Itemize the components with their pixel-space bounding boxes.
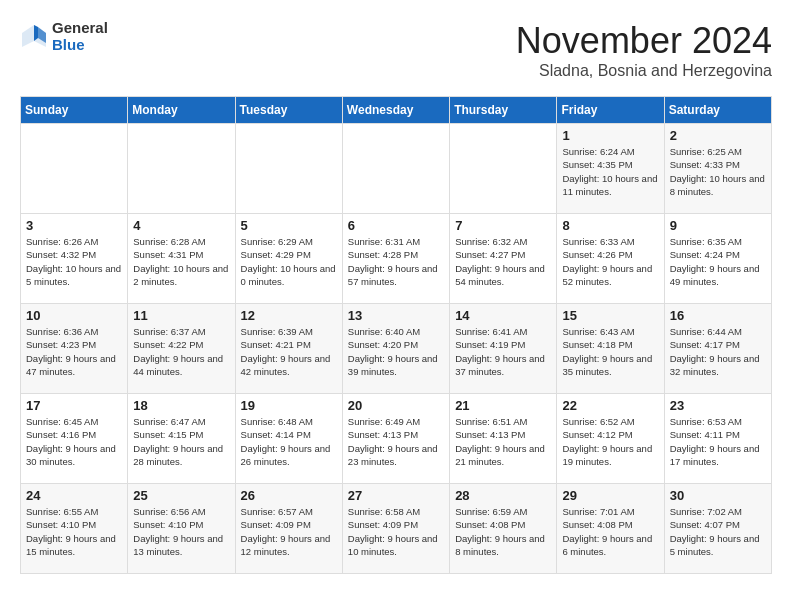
header-row: Sunday Monday Tuesday Wednesday Thursday… [21,97,772,124]
page-header: General Blue November 2024 Sladna, Bosni… [20,20,772,80]
calendar-cell: 28Sunrise: 6:59 AM Sunset: 4:08 PM Dayli… [450,484,557,574]
day-number: 2 [670,128,766,143]
logo-blue: Blue [52,37,108,54]
calendar-cell: 21Sunrise: 6:51 AM Sunset: 4:13 PM Dayli… [450,394,557,484]
day-number: 29 [562,488,658,503]
logo-general: General [52,20,108,37]
calendar-cell [235,124,342,214]
calendar-cell: 19Sunrise: 6:48 AM Sunset: 4:14 PM Dayli… [235,394,342,484]
month-title: November 2024 [516,20,772,62]
day-number: 24 [26,488,122,503]
calendar-week-3: 10Sunrise: 6:36 AM Sunset: 4:23 PM Dayli… [21,304,772,394]
calendar-cell: 12Sunrise: 6:39 AM Sunset: 4:21 PM Dayli… [235,304,342,394]
day-number: 18 [133,398,229,413]
header-sunday: Sunday [21,97,128,124]
day-info: Sunrise: 6:36 AM Sunset: 4:23 PM Dayligh… [26,325,122,378]
header-friday: Friday [557,97,664,124]
calendar-cell: 5Sunrise: 6:29 AM Sunset: 4:29 PM Daylig… [235,214,342,304]
calendar-cell: 20Sunrise: 6:49 AM Sunset: 4:13 PM Dayli… [342,394,449,484]
calendar-cell: 11Sunrise: 6:37 AM Sunset: 4:22 PM Dayli… [128,304,235,394]
calendar-cell: 6Sunrise: 6:31 AM Sunset: 4:28 PM Daylig… [342,214,449,304]
calendar-cell: 17Sunrise: 6:45 AM Sunset: 4:16 PM Dayli… [21,394,128,484]
calendar-cell: 15Sunrise: 6:43 AM Sunset: 4:18 PM Dayli… [557,304,664,394]
day-info: Sunrise: 6:29 AM Sunset: 4:29 PM Dayligh… [241,235,337,288]
calendar-cell [450,124,557,214]
calendar-cell [21,124,128,214]
header-saturday: Saturday [664,97,771,124]
day-number: 13 [348,308,444,323]
day-number: 3 [26,218,122,233]
day-number: 5 [241,218,337,233]
day-info: Sunrise: 6:44 AM Sunset: 4:17 PM Dayligh… [670,325,766,378]
day-number: 7 [455,218,551,233]
day-info: Sunrise: 6:31 AM Sunset: 4:28 PM Dayligh… [348,235,444,288]
calendar-cell [342,124,449,214]
day-number: 12 [241,308,337,323]
day-info: Sunrise: 6:33 AM Sunset: 4:26 PM Dayligh… [562,235,658,288]
day-info: Sunrise: 6:48 AM Sunset: 4:14 PM Dayligh… [241,415,337,468]
day-info: Sunrise: 6:35 AM Sunset: 4:24 PM Dayligh… [670,235,766,288]
day-number: 4 [133,218,229,233]
calendar-cell: 3Sunrise: 6:26 AM Sunset: 4:32 PM Daylig… [21,214,128,304]
day-info: Sunrise: 7:02 AM Sunset: 4:07 PM Dayligh… [670,505,766,558]
day-info: Sunrise: 6:32 AM Sunset: 4:27 PM Dayligh… [455,235,551,288]
day-info: Sunrise: 6:43 AM Sunset: 4:18 PM Dayligh… [562,325,658,378]
header-thursday: Thursday [450,97,557,124]
day-number: 16 [670,308,766,323]
day-number: 23 [670,398,766,413]
day-number: 15 [562,308,658,323]
day-number: 6 [348,218,444,233]
day-number: 1 [562,128,658,143]
calendar-cell: 22Sunrise: 6:52 AM Sunset: 4:12 PM Dayli… [557,394,664,484]
day-info: Sunrise: 6:55 AM Sunset: 4:10 PM Dayligh… [26,505,122,558]
calendar-cell: 4Sunrise: 6:28 AM Sunset: 4:31 PM Daylig… [128,214,235,304]
day-number: 21 [455,398,551,413]
calendar-cell: 18Sunrise: 6:47 AM Sunset: 4:15 PM Dayli… [128,394,235,484]
calendar-cell: 23Sunrise: 6:53 AM Sunset: 4:11 PM Dayli… [664,394,771,484]
day-info: Sunrise: 6:40 AM Sunset: 4:20 PM Dayligh… [348,325,444,378]
calendar-cell: 26Sunrise: 6:57 AM Sunset: 4:09 PM Dayli… [235,484,342,574]
day-info: Sunrise: 6:53 AM Sunset: 4:11 PM Dayligh… [670,415,766,468]
calendar-table: Sunday Monday Tuesday Wednesday Thursday… [20,96,772,574]
day-number: 17 [26,398,122,413]
title-section: November 2024 Sladna, Bosnia and Herzego… [516,20,772,80]
calendar-cell: 10Sunrise: 6:36 AM Sunset: 4:23 PM Dayli… [21,304,128,394]
calendar-cell: 2Sunrise: 6:25 AM Sunset: 4:33 PM Daylig… [664,124,771,214]
calendar-week-4: 17Sunrise: 6:45 AM Sunset: 4:16 PM Dayli… [21,394,772,484]
calendar-cell: 24Sunrise: 6:55 AM Sunset: 4:10 PM Dayli… [21,484,128,574]
day-info: Sunrise: 6:47 AM Sunset: 4:15 PM Dayligh… [133,415,229,468]
day-info: Sunrise: 6:26 AM Sunset: 4:32 PM Dayligh… [26,235,122,288]
day-info: Sunrise: 6:39 AM Sunset: 4:21 PM Dayligh… [241,325,337,378]
day-number: 14 [455,308,551,323]
calendar-cell: 8Sunrise: 6:33 AM Sunset: 4:26 PM Daylig… [557,214,664,304]
calendar-week-5: 24Sunrise: 6:55 AM Sunset: 4:10 PM Dayli… [21,484,772,574]
logo: General Blue [20,20,108,53]
calendar-cell: 7Sunrise: 6:32 AM Sunset: 4:27 PM Daylig… [450,214,557,304]
day-number: 27 [348,488,444,503]
day-info: Sunrise: 6:58 AM Sunset: 4:09 PM Dayligh… [348,505,444,558]
day-number: 20 [348,398,444,413]
header-tuesday: Tuesday [235,97,342,124]
day-info: Sunrise: 6:24 AM Sunset: 4:35 PM Dayligh… [562,145,658,198]
calendar-week-1: 1Sunrise: 6:24 AM Sunset: 4:35 PM Daylig… [21,124,772,214]
calendar-header: Sunday Monday Tuesday Wednesday Thursday… [21,97,772,124]
header-monday: Monday [128,97,235,124]
day-info: Sunrise: 6:51 AM Sunset: 4:13 PM Dayligh… [455,415,551,468]
day-info: Sunrise: 7:01 AM Sunset: 4:08 PM Dayligh… [562,505,658,558]
calendar-cell: 29Sunrise: 7:01 AM Sunset: 4:08 PM Dayli… [557,484,664,574]
day-info: Sunrise: 6:41 AM Sunset: 4:19 PM Dayligh… [455,325,551,378]
day-number: 8 [562,218,658,233]
day-number: 25 [133,488,229,503]
day-info: Sunrise: 6:37 AM Sunset: 4:22 PM Dayligh… [133,325,229,378]
calendar-cell: 30Sunrise: 7:02 AM Sunset: 4:07 PM Dayli… [664,484,771,574]
day-info: Sunrise: 6:45 AM Sunset: 4:16 PM Dayligh… [26,415,122,468]
day-number: 11 [133,308,229,323]
day-number: 26 [241,488,337,503]
day-number: 22 [562,398,658,413]
day-info: Sunrise: 6:49 AM Sunset: 4:13 PM Dayligh… [348,415,444,468]
location: Sladna, Bosnia and Herzegovina [516,62,772,80]
calendar-body: 1Sunrise: 6:24 AM Sunset: 4:35 PM Daylig… [21,124,772,574]
day-number: 19 [241,398,337,413]
calendar-cell [128,124,235,214]
calendar-cell: 1Sunrise: 6:24 AM Sunset: 4:35 PM Daylig… [557,124,664,214]
